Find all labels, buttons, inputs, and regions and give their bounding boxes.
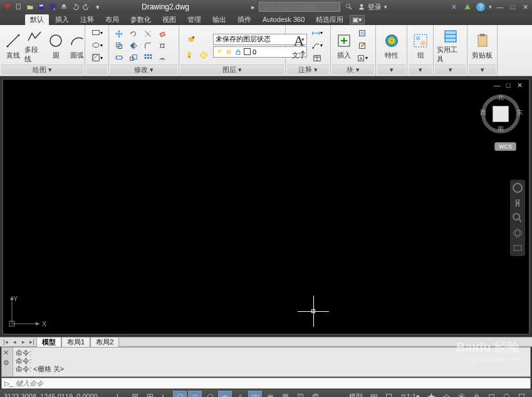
status-ducs-icon[interactable]	[233, 391, 247, 397]
panel-block-title[interactable]: 块 ▾	[332, 64, 374, 75]
saveas-icon[interactable]	[48, 2, 58, 12]
layer-freeze-icon[interactable]	[197, 49, 211, 61]
save-icon[interactable]	[36, 2, 46, 12]
panel-group-title[interactable]: ▾	[409, 64, 432, 75]
tool-move[interactable]	[112, 28, 126, 39]
status-otrack-icon[interactable]	[218, 391, 232, 397]
tool-explode[interactable]	[155, 40, 169, 51]
tab-insert[interactable]: 插入	[50, 14, 74, 25]
status-cycling-icon[interactable]	[308, 391, 322, 397]
tool-utilities[interactable]: 实用工具	[437, 28, 464, 64]
autodesk360-icon[interactable]	[462, 2, 472, 12]
status-layout-quickview-icon[interactable]	[367, 391, 381, 397]
tab-addins[interactable]: 插件	[232, 14, 256, 25]
viewcube-east[interactable]: 东	[516, 108, 523, 117]
tool-create-block[interactable]	[355, 28, 369, 39]
panel-layers-title[interactable]: 图层 ▾	[180, 64, 284, 75]
viewcube[interactable]: 北 南 西 东	[479, 92, 523, 148]
login-group[interactable]: 登录 ▾	[358, 3, 387, 12]
tab-last-icon[interactable]: ▸|	[28, 338, 36, 346]
open-icon[interactable]	[25, 2, 35, 12]
qat-more-icon[interactable]: ▾	[93, 2, 103, 12]
help-search-input[interactable]	[259, 2, 340, 12]
tab-view[interactable]: 视图	[157, 14, 181, 25]
tool-properties[interactable]: 特性	[379, 28, 404, 64]
tool-clipboard[interactable]: 剪贴板	[471, 28, 494, 64]
tab-parametric[interactable]: 参数化	[125, 14, 156, 25]
tool-edit-block[interactable]	[355, 40, 369, 51]
tab-prev-icon[interactable]: ◂	[10, 338, 19, 346]
status-annoauto-icon[interactable]	[439, 391, 453, 397]
tab-manage[interactable]: 管理	[182, 14, 206, 25]
minimize-button[interactable]: —	[496, 3, 504, 11]
undo-icon[interactable]	[70, 2, 80, 12]
close-button[interactable]: ✕	[521, 3, 529, 11]
tool-leader[interactable]: ▾	[310, 40, 324, 51]
tool-polyline[interactable]: 多段线	[24, 28, 44, 64]
tab-layout[interactable]: 布局	[100, 14, 124, 25]
layer-off-icon[interactable]	[182, 49, 196, 61]
tool-insert[interactable]: 插入	[334, 28, 354, 64]
wcs-badge[interactable]: WCS	[494, 142, 516, 151]
tool-trim[interactable]	[141, 28, 155, 39]
status-osnap-icon[interactable]	[188, 391, 202, 397]
command-history[interactable]: 命令: 命令: 命令: <栅格 关>	[13, 348, 530, 376]
tab-first-icon[interactable]: |◂	[1, 338, 10, 346]
tool-edit-attr[interactable]: A▾	[355, 53, 369, 64]
panel-props-title[interactable]: ▾	[377, 64, 405, 75]
panel-annot-title[interactable]: 注释 ▾	[287, 64, 329, 75]
viewport-minimize-icon[interactable]: —	[493, 81, 501, 89]
tab-output[interactable]: 输出	[207, 14, 231, 25]
tool-table[interactable]	[310, 53, 324, 64]
tool-mirror[interactable]	[127, 40, 140, 51]
tab-expand-icon[interactable]: ▣▾	[350, 15, 365, 24]
viewport[interactable]: — □ ✕ 北 南 西 东 WCS Y X	[3, 79, 529, 334]
tab-default[interactable]: 默认	[25, 14, 49, 25]
status-snap-icon[interactable]	[128, 391, 142, 397]
nav-wheel-icon[interactable]	[512, 182, 523, 193]
tool-offset[interactable]	[155, 52, 169, 63]
app-logo[interactable]	[3, 2, 13, 12]
viewcube-face[interactable]	[493, 106, 509, 122]
status-isolate-icon[interactable]	[499, 391, 513, 397]
status-dyninput-icon[interactable]	[248, 391, 262, 397]
status-drawing-quickview-icon[interactable]	[382, 391, 396, 397]
tool-stretch[interactable]	[112, 52, 126, 63]
tool-dimension[interactable]: ▾	[310, 28, 324, 39]
status-modelspace-button[interactable]: 模型	[346, 391, 366, 397]
status-annovisibility-icon[interactable]	[424, 391, 438, 397]
tool-rectangle[interactable]: ▾	[90, 27, 104, 38]
cmd-options-icon[interactable]: ⚙	[3, 359, 12, 368]
panel-clip-title[interactable]: ▾	[469, 64, 496, 75]
tab-next-icon[interactable]: ▸	[19, 338, 28, 346]
tab-annotate[interactable]: 注释	[75, 14, 99, 25]
status-lineweight-icon[interactable]	[263, 391, 277, 397]
status-cleanscreen-icon[interactable]	[514, 391, 528, 397]
tool-text[interactable]: A文字	[289, 28, 309, 64]
layer-properties-icon[interactable]	[182, 31, 200, 48]
tool-fillet[interactable]	[141, 40, 155, 51]
tool-array[interactable]	[141, 52, 155, 63]
viewcube-north[interactable]: 北	[498, 93, 504, 102]
status-lock-icon[interactable]	[469, 391, 483, 397]
viewcube-west[interactable]: 西	[480, 108, 486, 117]
exchange-icon[interactable]: ✕	[449, 2, 459, 12]
tool-scale[interactable]	[127, 52, 140, 63]
tool-copy[interactable]	[112, 40, 126, 51]
tool-rotate[interactable]	[127, 28, 140, 39]
panel-utils-title[interactable]: ▾	[435, 64, 466, 75]
help-icon[interactable]: ?	[476, 3, 485, 11]
status-ortho-icon[interactable]	[158, 391, 172, 397]
tool-line[interactable]: 直线	[3, 28, 23, 64]
coordinate-readout[interactable]: 3123.3008, 1245.0119, 0.0000	[4, 393, 98, 397]
viewport-maximize-icon[interactable]: □	[504, 81, 513, 89]
status-workspace-icon[interactable]	[454, 391, 468, 397]
status-hardware-icon[interactable]	[484, 391, 498, 397]
tool-group[interactable]: 组	[410, 28, 430, 64]
tool-circle[interactable]: 圆	[46, 28, 66, 64]
nav-zoom-icon[interactable]	[512, 212, 523, 224]
status-3dosnap-icon[interactable]	[203, 391, 217, 397]
maximize-button[interactable]: □	[508, 3, 517, 11]
print-icon[interactable]	[59, 2, 69, 12]
status-qprops-icon[interactable]	[293, 391, 307, 397]
